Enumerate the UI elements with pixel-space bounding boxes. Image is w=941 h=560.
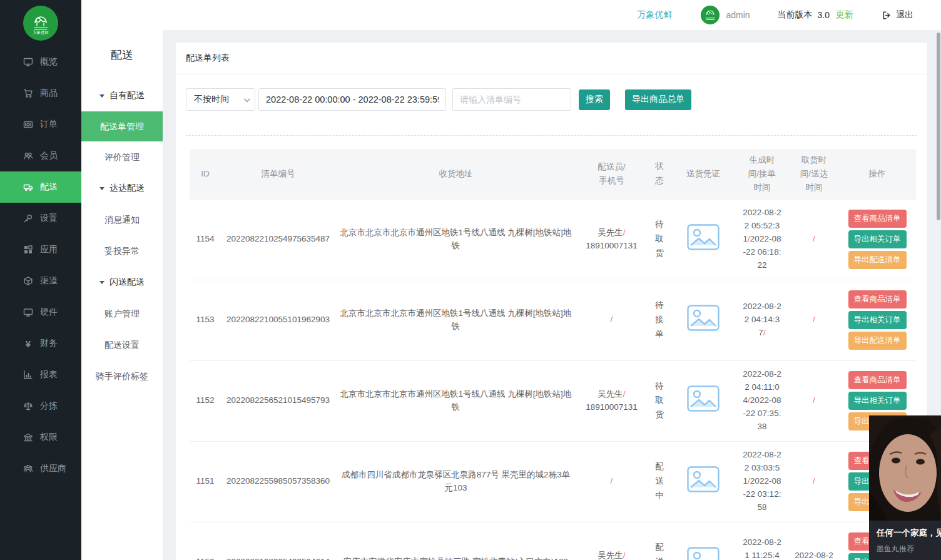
order-no-search-input[interactable] [452,88,571,111]
export-delivery-list-button[interactable]: 导出配送清单 [848,332,907,350]
cell-order-no: 2022082210254975635487 [221,199,335,280]
video-caption-subtext: 墨鱼丸推荐 [877,544,933,554]
export-related-orders-button[interactable]: 导出相关订单 [848,311,907,329]
sidebar-item-overview[interactable]: 概览 [0,46,81,78]
chevron-down-icon [244,96,250,102]
submenu-item-account[interactable]: 账户管理 [81,298,163,329]
export-related-orders-button[interactable]: 导出相关订单 [848,392,907,410]
grid-icon [23,244,34,255]
view-goods-list-button[interactable]: 查看商品清单 [848,290,907,308]
chevron-down-icon [99,94,104,98]
video-still-face [869,415,941,521]
cell-address: 北京市北京市北京市通州区地铁1号线八通线 九棵树[地铁站]地铁 [335,199,576,280]
col-proof: 送货凭证 [672,149,735,199]
submenu-group-dada-delivery[interactable]: 达达配送 [81,173,163,204]
sidebar-item-orders[interactable]: 订单 [0,109,81,140]
sidebar-item-permissions[interactable]: 权限 [0,422,81,453]
cell-proof [672,280,735,360]
sidebar-item-channels[interactable]: 渠道 [0,265,81,297]
view-goods-list-button[interactable]: 查看商品清单 [848,210,907,228]
cell-id: 1152 [190,360,221,441]
username: admin [726,10,750,20]
col-address: 收货地址 [335,149,576,199]
cell-gen-time: 2022-08-22 04:14:37/ [735,280,790,360]
display-icon [23,307,34,318]
sidebar-item-goods[interactable]: 商品 [0,78,81,109]
submenu-item-notice[interactable]: 消息通知 [81,204,163,235]
table-row: 1152 2022082256521015495793 北京市北京市北京市通州区… [190,360,916,441]
col-gen-time: 生成时间/接单时间 [735,149,790,199]
col-pickup-time: 取货时间/送达时间 [790,149,838,199]
cell-id: 1153 [190,280,221,360]
cell-address: 北京市北京市北京市通州区地铁1号线八通线 九棵树[地铁站]地铁 [335,360,576,441]
topbar: 万象优鲜 admin 当前版本 3.0 更新 退出 [81,0,941,30]
cube-icon [23,275,34,287]
submenu-item-delivery-fail[interactable]: 妥投异常 [81,235,163,267]
image-placeholder-icon[interactable] [687,466,720,497]
group-icon [23,463,34,474]
submenu-item-delivery-orders[interactable]: 配送单管理 [81,111,163,141]
sidebar-item-finance[interactable]: ¥ 财务 [0,328,81,359]
cell-gen-time: 2022-08-22 03:03:51/2022-08-22 03:12:58 [735,441,790,522]
cell-address: 安庆市安徽省安庆市宿松县纬三路 宿松收费站(入口方向)123 [335,522,576,560]
logout-button[interactable]: 退出 [882,9,913,21]
search-button[interactable]: 搜索 [579,89,610,110]
sidebar-item-label: 应用 [40,244,58,255]
video-ad-overlay[interactable]: 任何一个家庭，见 墨鱼丸推荐 [869,415,941,560]
main-sidebar: 万象优鲜 概览 商品 订单 会员 [0,0,81,560]
cell-id: 1150 [190,522,221,560]
cell-pickup-time: / [790,360,838,441]
svg-text:万象优鲜: 万象优鲜 [33,30,49,35]
submenu-item-review[interactable]: 评价管理 [81,141,163,173]
sidebar-item-members[interactable]: 会员 [0,140,81,171]
cell-gen-time: 2022-08-21 11:25:47/2022-08- [735,522,790,560]
export-related-orders-button[interactable]: 导出相关订单 [848,230,907,248]
sidebar-item-apps[interactable]: 应用 [0,234,81,265]
table-row: 1151 2022082255985057358360 成都市四川省成都市龙泉驿… [190,441,916,522]
sidebar-item-hardware[interactable]: 硬件 [0,297,81,328]
cell-courier: 吴先生/18910007131 [576,360,647,441]
table-row: 1150 2022082198995499504614 安庆市安徽省安庆市宿松县… [190,522,916,560]
export-goods-summary-button[interactable]: 导出商品总单 [625,89,691,110]
scrollbar-thumb[interactable] [937,33,940,220]
image-placeholder-icon[interactable] [687,547,720,560]
sidebar-item-suppliers[interactable]: 供应商 [0,453,81,484]
update-link[interactable]: 更新 [836,9,853,21]
time-filter-select[interactable]: 不按时间 [186,88,255,111]
cell-order-no: 2022082255985057358360 [221,441,335,522]
submenu-group-own-delivery[interactable]: 自有配送 [81,80,163,111]
image-placeholder-icon[interactable] [687,385,720,416]
image-placeholder-icon[interactable] [687,224,720,255]
sidebar-item-settings[interactable]: 设置 [0,203,81,234]
sidebar-item-delivery[interactable]: 配送 [0,171,81,203]
submenu-item-delivery-settings[interactable]: 配送设置 [81,329,163,360]
monitor-icon [23,56,34,68]
sidebar-item-reports[interactable]: 报表 [0,359,81,390]
cell-courier: / [576,280,647,360]
image-placeholder-icon[interactable] [687,305,720,335]
view-goods-list-button[interactable]: 查看商品清单 [848,371,907,389]
cell-proof [672,360,735,441]
sidebar-item-sorting[interactable]: 分拣 [0,390,81,422]
delivery-submenu: 配送 自有配送 配送单管理 评价管理 达达配送 消息通知 妥投异常 闪送配送 账… [81,0,163,560]
submenu-item-rider-tags[interactable]: 骑手评价标签 [81,360,163,392]
export-delivery-list-button[interactable]: 导出配送清单 [848,251,907,269]
cell-id: 1154 [190,199,221,280]
col-status: 状态 [647,149,672,199]
submenu-group-flash-delivery[interactable]: 闪送配送 [81,267,163,298]
avatar[interactable] [701,6,720,24]
sidebar-item-label: 权限 [40,432,58,443]
cell-status: 配送中 [647,441,672,522]
date-range-input[interactable] [258,88,446,111]
brand-logo[interactable]: 万象优鲜 [0,0,81,46]
filter-bar: 不按时间 搜索 导出商品总单 [176,74,927,111]
main-content: 配送单列表 不按时间 搜索 导出商品总单 ID 清单编号 [163,30,941,560]
cell-address: 成都市四川省成都市龙泉驿区北泉路877号 果壳里的城2栋3单元103 [335,441,576,522]
cell-actions: 查看商品清单 导出相关订单 导出配送清单 [838,199,916,280]
cell-status: 待取货 [647,360,672,441]
store-link[interactable]: 万象优鲜 [637,9,672,21]
cell-gen-time: 2022-08-22 04:11:04/2022-08-22 07:35:38 [735,360,790,441]
video-caption-bar: 任何一个家庭，见 墨鱼丸推荐 [869,521,941,560]
cell-proof [672,522,735,560]
sidebar-item-label: 分拣 [40,400,58,412]
